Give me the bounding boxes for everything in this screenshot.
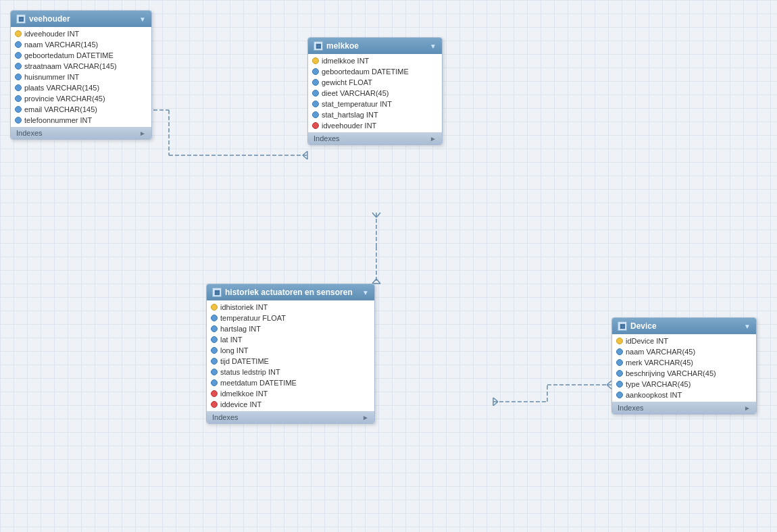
table-historiek: ▦ historiek actuatoren en sensoren ▼ idh…: [206, 284, 375, 424]
indexes-arrow: ►: [362, 414, 369, 421]
field-icon: [211, 347, 218, 354]
table-arrow-historiek: ▼: [362, 289, 369, 296]
field-idmelkkoe: idmelkkoe INT: [308, 55, 442, 66]
table-arrow-device: ▼: [744, 323, 751, 330]
field-stat-hartslag: stat_hartslag INT: [308, 109, 442, 120]
field-long: long INT: [207, 345, 374, 356]
table-title-veehouder: veehouder: [29, 14, 70, 24]
field-dieet: dieet VARCHAR(45): [308, 88, 442, 99]
field-icon: [312, 90, 319, 97]
indexes-device[interactable]: Indexes ►: [612, 402, 756, 414]
fk-icon: [312, 122, 319, 129]
field-plaats: plaats VARCHAR(145): [11, 82, 151, 93]
table-body-device: idDevice INT naam VARCHAR(45) merk VARCH…: [612, 334, 756, 402]
field-geboortedatum: geboortedatum DATETIME: [11, 50, 151, 61]
field-idhistoriek: idhistoriek INT: [207, 302, 374, 313]
table-arrow-melkkoe: ▼: [430, 43, 436, 50]
fk-icon: [211, 401, 218, 408]
field-icon: [312, 79, 319, 86]
field-stat-temperatuur: stat_temperatuur INT: [308, 99, 442, 109]
field-icon: [15, 41, 22, 48]
field-telefoonnummer: telefoonnummer INT: [11, 115, 151, 126]
svg-line-21: [607, 381, 611, 385]
indexes-arrow: ►: [744, 404, 751, 412]
svg-line-22: [607, 385, 611, 389]
table-icon-veehouder: ▦: [16, 14, 26, 24]
field-naam: naam VARCHAR(145): [11, 39, 151, 50]
key-icon: [211, 304, 218, 311]
indexes-label: Indexes: [314, 134, 340, 142]
table-header-historiek[interactable]: ▦ historiek actuatoren en sensoren ▼: [207, 284, 374, 300]
table-header-veehouder[interactable]: ▦ veehouder ▼: [11, 11, 151, 27]
field-iddevice-fk: iddevice INT: [207, 399, 374, 410]
field-icon: [15, 106, 22, 113]
field-temperatuur: temperatuur FLOAT: [207, 313, 374, 323]
field-icon: [211, 325, 218, 332]
table-title-device: Device: [630, 321, 657, 331]
field-straatnaam: straatnaam VARCHAR(145): [11, 61, 151, 72]
indexes-arrow: ►: [139, 130, 146, 137]
field-icon: [312, 111, 319, 118]
fk-icon: [211, 390, 218, 397]
table-body-historiek: idhistoriek INT temperatuur FLOAT hartsl…: [207, 300, 374, 411]
svg-line-6: [303, 155, 307, 159]
field-lat: lat INT: [207, 334, 374, 345]
table-title-historiek: historiek actuatoren en sensoren: [225, 288, 353, 297]
table-header-device[interactable]: ▦ Device ▼: [612, 318, 756, 334]
svg-line-19: [493, 402, 498, 406]
field-naam-device: naam VARCHAR(45): [612, 346, 756, 357]
key-icon: [312, 57, 319, 64]
table-header-melkkoe[interactable]: ▦ melkkoe ▼: [308, 38, 442, 54]
field-icon: [312, 101, 319, 107]
table-icon-historiek: ▦: [212, 288, 222, 297]
field-icon: [15, 63, 22, 70]
table-arrow-veehouder: ▼: [139, 16, 146, 23]
field-geboortedaum: geboortedaum DATETIME: [308, 66, 442, 77]
field-icon: [616, 370, 623, 377]
table-icon-device: ▦: [618, 321, 627, 331]
field-idDevice: idDevice INT: [612, 336, 756, 346]
field-icon: [15, 52, 22, 59]
field-gewicht: gewicht FLOAT: [308, 77, 442, 88]
field-icon: [15, 84, 22, 91]
field-idveehouder-fk: idveehouder INT: [308, 120, 442, 131]
field-icon: [15, 74, 22, 80]
field-huisnummer: huisnummer INT: [11, 72, 151, 82]
svg-line-13: [376, 279, 380, 284]
key-icon: [15, 30, 22, 37]
field-beschrijving: beschrijving VARCHAR(45): [612, 368, 756, 379]
field-merk: merk VARCHAR(45): [612, 357, 756, 368]
table-body-melkkoe: idmelkkoe INT geboortedaum DATETIME gewi…: [308, 54, 442, 132]
field-email: email VARCHAR(145): [11, 104, 151, 115]
field-idmelkkoe-fk: idmelkkoe INT: [207, 388, 374, 399]
field-icon: [616, 381, 623, 388]
svg-line-5: [303, 151, 307, 155]
field-hartslag: hartslag INT: [207, 323, 374, 334]
indexes-melkkoe[interactable]: Indexes ►: [308, 132, 442, 144]
svg-line-12: [372, 279, 376, 284]
svg-line-18: [493, 398, 498, 402]
key-icon: [616, 338, 623, 344]
table-melkkoe: ▦ melkkoe ▼ idmelkkoe INT geboortedaum D…: [307, 37, 443, 145]
field-icon: [616, 392, 623, 398]
field-idveehouder: idveehouder INT: [11, 28, 151, 39]
field-icon: [211, 358, 218, 365]
field-aankoopkost: aankoopkost INT: [612, 390, 756, 400]
field-type: type VARCHAR(45): [612, 379, 756, 390]
table-title-melkkoe: melkkoe: [326, 41, 359, 51]
indexes-label: Indexes: [618, 404, 644, 412]
table-icon-melkkoe: ▦: [314, 41, 323, 51]
field-icon: [211, 379, 218, 386]
field-meetdatum: meetdatum DATETIME: [207, 377, 374, 388]
svg-line-11: [376, 213, 380, 217]
field-icon: [15, 117, 22, 124]
diagram-canvas: ▦ veehouder ▼ idveehouder INT naam VARCH…: [0, 0, 777, 532]
field-tijd: tijd DATETIME: [207, 356, 374, 367]
field-provincie: provincie VARCHAR(45): [11, 93, 151, 104]
indexes-veehouder[interactable]: Indexes ►: [11, 127, 151, 139]
indexes-label: Indexes: [212, 413, 239, 421]
field-icon: [616, 348, 623, 355]
field-icon: [312, 68, 319, 75]
indexes-historiek[interactable]: Indexes ►: [207, 411, 374, 423]
table-body-veehouder: idveehouder INT naam VARCHAR(145) geboor…: [11, 27, 151, 127]
